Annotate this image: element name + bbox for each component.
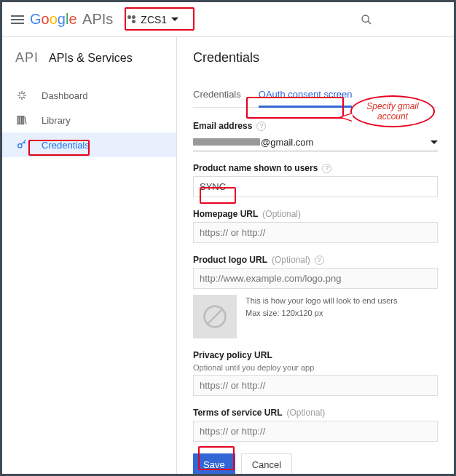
library-icon (15, 114, 28, 127)
help-icon[interactable]: ? (256, 122, 266, 131)
tos-input[interactable] (193, 421, 438, 442)
sidebar-heading: APIs & Services (49, 52, 133, 65)
svg-point-0 (362, 15, 369, 22)
privacy-hint: Optional until you deploy your app (193, 363, 438, 372)
homepage-label: Homepage URL (Optional) (193, 209, 438, 219)
no-logo-icon (202, 304, 228, 330)
logo-url-input[interactable] (193, 268, 438, 289)
logo-url-label: Product logo URL (Optional) ? (193, 255, 438, 265)
project-name: ZCS1 (141, 14, 167, 25)
sidebar-item-dashboard[interactable]: Dashboard (2, 83, 176, 108)
search-icon (361, 14, 372, 25)
chevron-down-icon (431, 140, 438, 144)
search-button[interactable] (353, 7, 380, 33)
sidebar-item-label: Credentials (42, 140, 90, 151)
sidebar-item-label: Library (42, 115, 71, 126)
help-icon[interactable]: ? (322, 164, 331, 173)
google-logo: Google APIs (30, 11, 113, 28)
dashboard-icon (15, 89, 28, 102)
email-select[interactable]: @gmail.com (193, 134, 438, 151)
tos-label: Terms of service URL (Optional) (193, 408, 438, 418)
email-suffix: @gmail.com (261, 137, 313, 148)
api-badge: API (15, 50, 39, 66)
svg-line-1 (368, 21, 371, 24)
sidebar-title: API APIs & Services (2, 50, 176, 83)
sidebar: API APIs & Services Dashboard Library Cr… (2, 37, 177, 474)
apis-label: APIs (82, 11, 113, 27)
product-name-label: Product name shown to users ? (193, 163, 438, 173)
annotation-callout: Specify gmail account (350, 95, 435, 127)
chevron-down-icon (171, 17, 178, 21)
tab-oauth-consent[interactable]: OAuth consent screen (259, 83, 353, 108)
project-selector[interactable]: ZCS1 (122, 11, 184, 28)
logo-preview (193, 295, 237, 338)
svg-line-8 (208, 309, 222, 324)
privacy-input[interactable] (193, 375, 438, 396)
homepage-input[interactable] (193, 222, 438, 243)
svg-rect-2 (17, 116, 19, 124)
svg-line-5 (25, 116, 26, 124)
tab-credentials[interactable]: Credentials (193, 83, 241, 107)
key-icon (15, 138, 28, 151)
product-name-input[interactable] (193, 176, 438, 197)
svg-rect-4 (23, 116, 24, 124)
logo-hint: This is how your logo will look to end u… (245, 295, 397, 319)
svg-rect-3 (20, 116, 21, 124)
privacy-label: Privacy policy URL (193, 350, 438, 360)
page-title: Credentials (193, 50, 438, 66)
save-button[interactable]: Save (193, 453, 235, 474)
header: Google APIs ZCS1 (2, 2, 454, 37)
help-icon[interactable]: ? (315, 255, 324, 265)
project-icon (127, 15, 136, 24)
sidebar-item-credentials[interactable]: Credentials (2, 132, 176, 157)
svg-point-6 (18, 144, 22, 148)
menu-icon[interactable] (11, 15, 24, 24)
sidebar-item-label: Dashboard (42, 90, 88, 101)
sidebar-item-library[interactable]: Library (2, 108, 176, 132)
cancel-button[interactable]: Cancel (241, 453, 292, 474)
